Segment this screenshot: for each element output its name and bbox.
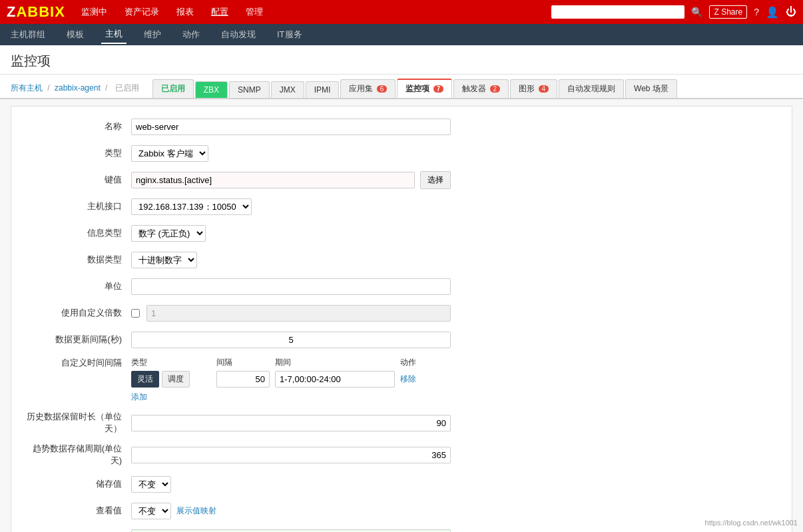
- history-control: [131, 415, 451, 431]
- type-label: 类型: [25, 147, 131, 159]
- user-icon[interactable]: 👤: [766, 6, 779, 19]
- multiplier-row: 使用自定义倍数: [25, 304, 778, 322]
- info-type-control: 数字 (无正负): [131, 225, 451, 242]
- store-value-row: 储存值 不变: [25, 475, 778, 493]
- tab-graphs[interactable]: 图形 4: [510, 79, 557, 98]
- new-appset-row: 新的应用集: [25, 528, 778, 532]
- trend-row: 趋势数据存储周期(单位天): [25, 443, 778, 467]
- name-input[interactable]: [131, 119, 451, 135]
- custom-interval-control: 类型 间隔 期间 动作 灵活 调度 移除: [131, 357, 451, 403]
- logo: ZABBIX: [7, 3, 65, 21]
- name-control: [131, 119, 451, 135]
- interval-control: [131, 332, 451, 348]
- info-type-row: 信息类型 数字 (无正负): [25, 224, 778, 242]
- add-link[interactable]: 添加: [131, 392, 147, 401]
- unit-control: [131, 278, 451, 295]
- show-value-control: 不变 展示值映射: [131, 503, 451, 519]
- key-label: 键值: [25, 174, 131, 186]
- ci-period-input[interactable]: [275, 371, 395, 388]
- graphs-badge: 4: [539, 85, 549, 93]
- unit-input[interactable]: [131, 278, 451, 295]
- new-appset-control: [131, 529, 451, 533]
- breadcrumb-sep2: /: [105, 83, 110, 93]
- btn-flexible[interactable]: 灵活: [131, 371, 159, 388]
- select-button[interactable]: 选择: [420, 171, 451, 189]
- tab-snmp[interactable]: SNMP: [229, 81, 270, 98]
- trend-input[interactable]: [131, 447, 451, 463]
- logout-icon[interactable]: ⏻: [786, 6, 796, 18]
- multiplier-checkbox[interactable]: [131, 309, 140, 318]
- interval-row: 数据更新间隔(秒): [25, 330, 778, 349]
- tab-enabled[interactable]: 已启用: [152, 79, 194, 98]
- store-value-label: 储存值: [25, 478, 131, 490]
- breadcrumb-host[interactable]: zabbix-agent: [55, 83, 101, 93]
- ci-row-0: 灵活 调度 移除: [131, 371, 451, 388]
- ci-interval-cell: [216, 371, 270, 388]
- main-content: 名称 类型 Zabbix 客户端 键值 选择 主机接口 192.168.137.…: [11, 106, 792, 532]
- type-row: 类型 Zabbix 客户端: [25, 144, 778, 162]
- subnav-itservice[interactable]: IT服务: [273, 26, 306, 43]
- store-value-select[interactable]: 不变: [131, 476, 171, 493]
- top-nav: ZABBIX 监测中 资产记录 报表 配置 管理 🔍 Z Share ? 👤 ⏻: [0, 0, 803, 24]
- breadcrumb-sep1: /: [47, 83, 52, 93]
- share-button[interactable]: Z Share: [709, 5, 747, 19]
- name-label: 名称: [25, 121, 131, 133]
- nav-assets[interactable]: 资产记录: [122, 5, 162, 19]
- ci-interval-input[interactable]: [216, 371, 270, 388]
- show-value-row: 查看值 不变 展示值映射: [25, 501, 778, 520]
- multiplier-input[interactable]: [146, 305, 451, 322]
- custom-interval-row: 自定义时间间隔 类型 间隔 期间 动作 灵活 调度 移: [25, 357, 778, 403]
- ci-type-buttons: 灵活 调度: [131, 371, 211, 388]
- new-appset-input[interactable]: [131, 529, 451, 533]
- url-watermark: https://blog.csdn.net/wk1001: [705, 519, 798, 527]
- tab-zbx[interactable]: ZBX: [195, 81, 228, 98]
- search-input[interactable]: [551, 5, 684, 19]
- tab-web[interactable]: Web 场景: [625, 79, 677, 98]
- ci-period-cell: [275, 371, 395, 388]
- nav-reports[interactable]: 报表: [174, 5, 196, 19]
- subnav-hostgroup[interactable]: 主机群组: [7, 26, 49, 43]
- key-input[interactable]: [131, 172, 415, 188]
- multiplier-label: 使用自定义倍数: [25, 307, 131, 319]
- page-title: 监控项: [11, 52, 792, 70]
- history-input[interactable]: [131, 415, 451, 431]
- nav-admin[interactable]: 管理: [243, 5, 266, 19]
- tab-appset[interactable]: 应用集 6: [340, 79, 396, 98]
- nav-monitor[interactable]: 监测中: [79, 5, 110, 19]
- interface-row: 主机接口 192.168.137.139：10050: [25, 197, 778, 216]
- nav-config[interactable]: 配置: [208, 5, 231, 19]
- info-type-select[interactable]: 数字 (无正负): [131, 225, 206, 242]
- show-value-select[interactable]: 不变: [131, 503, 171, 519]
- key-row: 键值 选择: [25, 170, 778, 189]
- store-value-control: 不变: [131, 476, 451, 493]
- remove-link[interactable]: 移除: [400, 374, 416, 384]
- data-type-select[interactable]: 十进制数字: [131, 252, 197, 268]
- subnav-discovery[interactable]: 自动发现: [217, 26, 260, 43]
- type-control: Zabbix 客户端: [131, 145, 451, 162]
- search-icon[interactable]: 🔍: [691, 7, 702, 17]
- tab-triggers[interactable]: 触发器 2: [453, 79, 509, 98]
- tab-jmx[interactable]: JMX: [271, 81, 304, 98]
- key-control: 选择: [131, 171, 451, 189]
- interval-input[interactable]: [131, 332, 451, 348]
- breadcrumb: 所有主机 / zabbix-agent / 已启用: [11, 83, 142, 98]
- subnav-host[interactable]: 主机: [101, 25, 127, 44]
- interval-label: 数据更新间隔(秒): [25, 334, 131, 346]
- show-value-map-link[interactable]: 展示值映射: [176, 505, 216, 517]
- help-icon[interactable]: ?: [754, 7, 759, 17]
- ci-header-interval: 间隔: [216, 357, 270, 368]
- breadcrumb-tabs: 所有主机 / zabbix-agent / 已启用 已启用 ZBX SNMP J…: [0, 75, 803, 99]
- show-value-label: 查看值: [25, 505, 131, 517]
- unit-label: 单位: [25, 280, 131, 292]
- tab-discovery-rules[interactable]: 自动发现规则: [559, 79, 624, 98]
- subnav-maintenance[interactable]: 维护: [140, 26, 165, 43]
- subnav-action[interactable]: 动作: [178, 26, 204, 43]
- breadcrumb-all-hosts[interactable]: 所有主机: [11, 83, 43, 93]
- btn-schedule[interactable]: 调度: [162, 371, 190, 388]
- interface-select[interactable]: 192.168.137.139：10050: [131, 198, 252, 215]
- tab-ipmi[interactable]: IPMI: [306, 81, 340, 98]
- subnav-template[interactable]: 模板: [63, 26, 88, 43]
- data-type-label: 数据类型: [25, 254, 131, 266]
- tab-items[interactable]: 监控项 7: [397, 79, 452, 98]
- type-select[interactable]: Zabbix 客户端: [131, 145, 208, 162]
